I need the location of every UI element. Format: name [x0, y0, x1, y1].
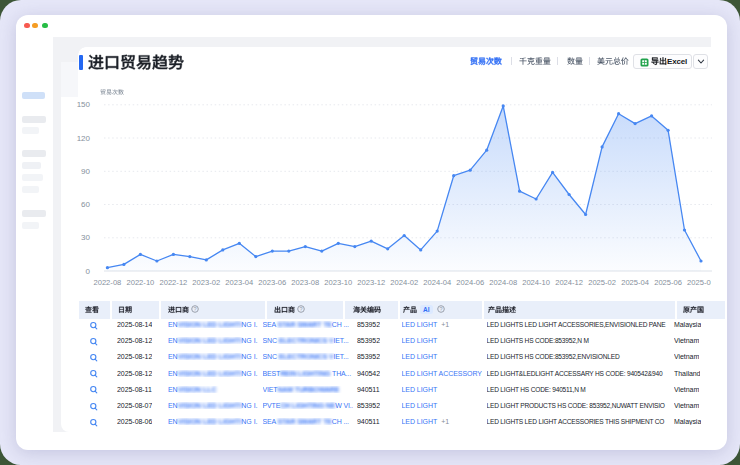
- svg-text:?: ?: [193, 306, 196, 312]
- svg-text:?: ?: [439, 306, 442, 312]
- svg-text:?: ?: [299, 306, 302, 312]
